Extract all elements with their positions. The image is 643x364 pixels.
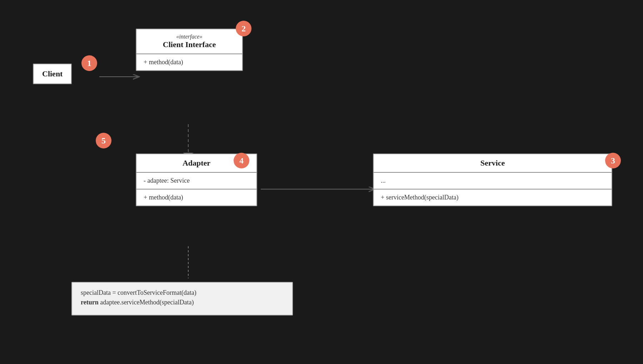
- service-name: Service: [381, 158, 604, 168]
- diagram-canvas: Client «interface» Client Interface + me…: [0, 0, 643, 364]
- service-field: ...: [374, 173, 612, 189]
- adapter-field: - adaptee: Service: [136, 173, 256, 189]
- client-label: Client: [42, 69, 63, 78]
- badge-3-label: 3: [611, 156, 615, 166]
- badge-1-label: 1: [87, 59, 91, 68]
- client-interface-stereotype: «interface»: [144, 34, 235, 40]
- service-box: Service ... + serviceMethod(specialData): [373, 153, 612, 206]
- badge-5: 5: [96, 133, 111, 148]
- service-header: Service: [374, 154, 612, 173]
- badge-3: 3: [605, 153, 621, 168]
- client-interface-box: «interface» Client Interface + method(da…: [136, 29, 243, 71]
- badge-5-label: 5: [101, 136, 106, 146]
- badge-2: 2: [236, 21, 251, 36]
- client-interface-header: «interface» Client Interface: [136, 29, 242, 54]
- badge-4-label: 4: [239, 156, 244, 166]
- client-interface-method: + method(data): [136, 54, 242, 70]
- client-box: Client: [33, 64, 72, 84]
- badge-1: 1: [81, 55, 97, 71]
- note-line-1: specialData = convertToServiceFormat(dat…: [81, 289, 284, 297]
- note-return-rest: adaptee.serviceMethod(specialData): [100, 299, 194, 306]
- service-method: + serviceMethod(specialData): [374, 189, 612, 206]
- note-line-2: return adaptee.serviceMethod(specialData…: [81, 299, 284, 306]
- client-interface-name: Client Interface: [144, 40, 235, 49]
- badge-2-label: 2: [241, 24, 246, 34]
- note-return-keyword: return: [81, 299, 99, 306]
- adapter-method: + method(data): [136, 189, 256, 206]
- badge-4: 4: [234, 153, 249, 168]
- note-box: specialData = convertToServiceFormat(dat…: [71, 282, 293, 315]
